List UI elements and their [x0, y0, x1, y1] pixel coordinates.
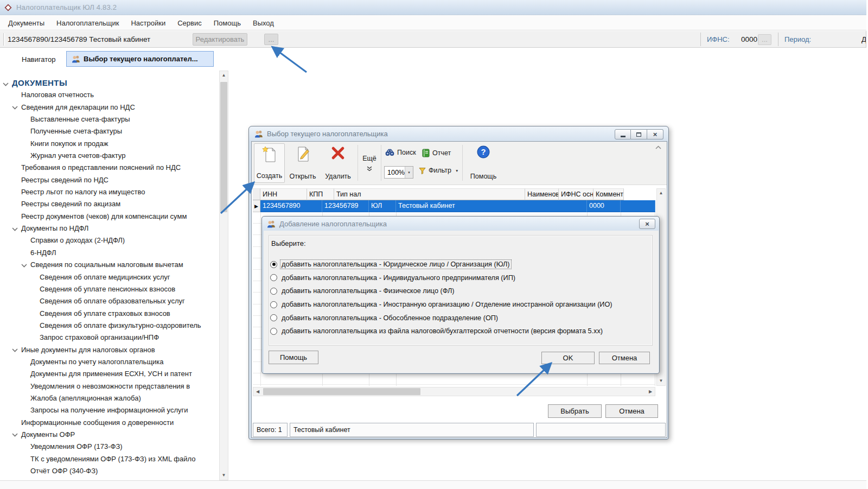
tree-item[interactable]: Сведения об оплате медицинских услуг — [0, 271, 218, 283]
scroll-right-icon[interactable]: ▶ — [646, 388, 655, 396]
column-header[interactable]: ИНН — [260, 188, 307, 200]
scrollbar-thumb[interactable] — [220, 82, 227, 212]
zoom-combobox[interactable]: 100% ▼ — [384, 166, 413, 179]
scrollbar-thumb[interactable] — [263, 388, 420, 395]
tree-item[interactable]: Сведения для декларации по НДС — [0, 101, 218, 113]
tree-item[interactable]: Жалоба (апелляционная жалоба) — [0, 392, 218, 404]
tree-item[interactable]: Выставленные счета-фактуры — [0, 113, 218, 125]
tree-item[interactable]: Документы ОФР — [0, 429, 218, 441]
create-button[interactable]: Создать — [254, 143, 285, 183]
ifns-more-button[interactable]: ... — [758, 34, 771, 45]
radio-option[interactable]: добавить налогоплательщика - Индивидуаль… — [270, 271, 644, 285]
help-button[interactable]: Помощь — [269, 351, 318, 364]
maximize-button[interactable] — [631, 129, 647, 139]
tree-item[interactable]: Информационные сообщения о доверенности — [0, 417, 218, 429]
dialog-title-bar[interactable]: Выбор текущего налогоплательщика — [249, 126, 668, 141]
tree-item[interactable]: Налоговая отчетность — [0, 89, 218, 101]
minimize-button[interactable] — [615, 129, 631, 139]
delete-button[interactable]: Удалить — [321, 143, 355, 183]
taxpayer-more-button[interactable]: ... — [264, 34, 278, 45]
tab-navigator[interactable]: Навигатор — [16, 53, 61, 67]
chevron-down-icon[interactable] — [3, 78, 12, 89]
tree-item[interactable]: Запросы на получение информационной услу… — [0, 404, 218, 416]
menu-item[interactable]: Налогоплательщик — [50, 16, 125, 30]
dialog-title-bar[interactable]: Добавление налогоплательщика — [262, 217, 659, 231]
tree-item[interactable]: ДОКУМЕНТЫ — [0, 77, 218, 89]
menu-item[interactable]: Сервис — [171, 16, 208, 30]
column-header[interactable]: Наименование — [525, 188, 559, 200]
radio-option[interactable]: добавить налогоплательщика - Юридическое… — [270, 258, 644, 271]
tree-item[interactable]: Уведомления ОФР (173-ФЗ) — [0, 441, 218, 453]
collapse-ribbon-icon[interactable] — [655, 145, 661, 149]
tree-item[interactable]: Документы по НДФЛ — [0, 223, 218, 234]
tree-item[interactable]: Реестр документов (чеков) для компенсаци… — [0, 211, 218, 223]
scroll-up-icon[interactable]: ▲ — [657, 189, 665, 198]
close-button[interactable]: × — [639, 219, 655, 229]
tree-item[interactable]: 6-НДФЛ — [0, 247, 218, 259]
tree-item[interactable]: Документы для применения ЕСХН, УСН и пат… — [0, 368, 218, 380]
tree-item[interactable]: Сведения об уплате страховых взносов — [0, 308, 218, 320]
tree-item[interactable]: Справки о доходах (2-НДФЛ) — [0, 234, 218, 246]
radio-button[interactable] — [270, 288, 277, 295]
tree-item[interactable]: Запрос страховой организации/НПФ — [0, 332, 218, 344]
column-header[interactable]: ИФНС осн — [559, 188, 593, 200]
tree-item[interactable]: Документы по учету налогоплательщика — [0, 356, 218, 368]
radio-option[interactable]: добавить налогоплательщика из файла нало… — [270, 325, 644, 338]
tree-item[interactable]: Журнал учета счетов-фактур — [0, 150, 218, 162]
filter-button[interactable]: Фильтр ▼ — [419, 167, 458, 174]
tree-item[interactable]: Требования о представлении пояснений по … — [0, 162, 218, 174]
tree-item[interactable]: Сведения по социальным налоговым вычетам — [0, 259, 218, 271]
tree-item[interactable]: Иные документы для налоговых органов — [0, 344, 218, 356]
tab-select-taxpayer[interactable]: Выбор текущего налогоплател... — [66, 51, 214, 67]
radio-button[interactable] — [270, 274, 277, 281]
tree-item[interactable]: Реестры сведений по НДС — [0, 174, 218, 186]
radio-option[interactable]: добавить налогоплательщика - Обособленно… — [270, 311, 644, 325]
close-button[interactable]: × — [647, 129, 663, 139]
menu-item[interactable]: Помощь — [208, 16, 247, 30]
column-header[interactable]: Тип нал — [334, 188, 525, 200]
radio-button[interactable] — [270, 328, 277, 335]
edit-button[interactable]: Редактировать — [193, 33, 247, 46]
chevron-down-icon[interactable] — [12, 429, 21, 441]
scroll-up-icon[interactable]: ▲ — [220, 71, 228, 80]
scroll-down-icon[interactable]: ▼ — [220, 471, 228, 480]
search-button[interactable]: Поиск — [385, 149, 416, 156]
chevron-down-icon[interactable] — [21, 259, 30, 271]
column-header[interactable]: Коммент — [593, 188, 624, 200]
help-button[interactable]: ? Помощь — [467, 143, 500, 183]
radio-button[interactable] — [270, 301, 277, 308]
ok-button[interactable]: OK — [541, 352, 595, 364]
select-button[interactable]: Выбрать — [548, 404, 602, 418]
menu-item[interactable]: Выход — [247, 16, 280, 30]
tree-item[interactable]: Сведения об уплате пенсионных взносов — [0, 283, 218, 295]
tree-item[interactable]: Уведомления о невозможности представлени… — [0, 380, 218, 392]
menu-item[interactable]: Настройки — [125, 16, 171, 30]
tree-item[interactable]: Сведения об оплате физкультурно-оздорови… — [0, 320, 218, 332]
open-button[interactable]: Открыть — [286, 143, 320, 183]
scroll-down-icon[interactable]: ▼ — [657, 377, 665, 385]
tree-item[interactable]: Реестры сведений по акцизам — [0, 198, 218, 210]
report-button[interactable]: Отчет — [422, 149, 451, 157]
table-row[interactable]: ▶ 1234567890 123456789 ЮЛ Тестовый кабин… — [253, 200, 655, 212]
cancel-button[interactable]: Отмена — [605, 404, 658, 418]
radio-option[interactable]: добавить налогоплательщика - Иностранную… — [270, 298, 644, 312]
current-taxpayer-field[interactable]: 1234567890/123456789 Тестовый кабинет — [8, 31, 150, 48]
tree-item[interactable]: ТК с уведомлениями ОФР (173-ФЗ) из XML ф… — [0, 453, 218, 465]
table-hscrollbar[interactable]: ◀ ▶ — [253, 387, 655, 396]
chevron-down-icon[interactable] — [12, 344, 21, 356]
tree-item[interactable]: Отчёт ОФР (340-ФЗ) — [0, 465, 218, 477]
column-header[interactable]: КПП — [307, 188, 334, 200]
tree-item[interactable]: Книги покупок и продаж — [0, 138, 218, 150]
cancel-button[interactable]: Отмена — [599, 352, 650, 364]
radio-option[interactable]: добавить налогоплательщика - Физическое … — [270, 284, 644, 298]
more-button[interactable]: Ещё — [360, 143, 379, 183]
menu-item[interactable]: Документы — [2, 16, 50, 30]
radio-button[interactable] — [270, 314, 277, 321]
tree-item[interactable]: Реестр льгот по налогу на имущество — [0, 186, 218, 198]
chevron-down-icon[interactable] — [12, 101, 21, 113]
tree-item[interactable]: Сведения об оплате образовательных услуг — [0, 295, 218, 307]
chevron-down-icon[interactable] — [12, 223, 21, 235]
radio-button[interactable] — [270, 261, 277, 268]
scroll-left-icon[interactable]: ◀ — [253, 388, 262, 396]
tree-item[interactable]: Полученные счета-фактуры — [0, 125, 218, 137]
